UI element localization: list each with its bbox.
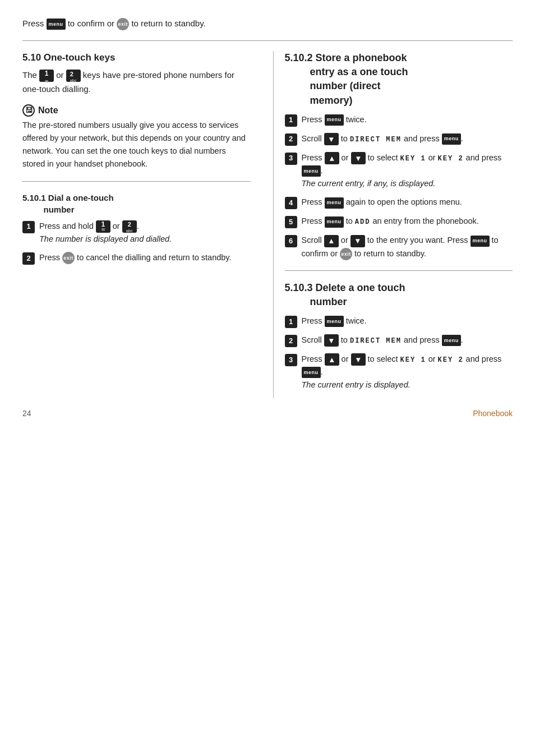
section-510-body: The 1✉ or 2abc keys have pre-stored phon…: [22, 68, 251, 96]
note-text: The pre-stored numbers usually give you …: [22, 119, 251, 171]
step-5103-2: 2 Scroll ▾ to DIRECT MEM and press menu.: [285, 334, 513, 347]
menu-key-5102-6: menu: [471, 236, 490, 247]
section-5103-heading: 5.10.3 Delete a one touch number: [285, 281, 513, 309]
exit-key-intro: exit: [117, 18, 129, 30]
step-5101-2-content: Press exit to cancel the dialling and re…: [39, 251, 251, 264]
scroll-dn-5103-3: ▾: [351, 353, 366, 366]
step-5102-4-content: Press menu again to open the options men…: [302, 196, 513, 209]
key1-mono-5103: KEY 1: [400, 356, 426, 364]
step-5102-4: 4 Press menu again to open the options m…: [285, 196, 513, 209]
direct-mem-5103-2: DIRECT MEM: [350, 337, 402, 345]
key1-mono: KEY 1: [400, 155, 426, 163]
exit-key-5101: exit: [62, 252, 75, 264]
section-5103-steps: 1 Press menu twice. 2 Scroll ▾ to DIRECT…: [285, 315, 513, 392]
step-5103-3: 3 Press ▴ or ▾ to select KEY 1 or KEY 2 …: [285, 353, 513, 392]
step-5103-1: 1 Press menu twice.: [285, 315, 513, 328]
step-5103-num-3: 3: [285, 354, 297, 366]
divider-2: [22, 181, 251, 182]
divider-1: [22, 40, 513, 41]
menu-key-5102-4: menu: [325, 197, 344, 209]
key2-mono-5103: KEY 2: [438, 356, 464, 364]
page-number: 24: [22, 409, 31, 418]
divider-3: [285, 270, 513, 271]
note-icon: 🖫: [22, 104, 35, 117]
page-footer: 24 Phonebook: [22, 409, 513, 418]
step-5103-1-content: Press menu twice.: [302, 315, 513, 328]
menu-key-5103-3: menu: [302, 367, 321, 378]
step-5102-5-content: Press menu to ADD an entry from the phon…: [302, 215, 513, 228]
note-block: 🖫 Note The pre-stored numbers usually gi…: [22, 104, 251, 171]
menu-key-5103-1: menu: [325, 316, 344, 327]
key-1-step: 1✉: [96, 220, 110, 233]
menu-key-5102-5: menu: [325, 216, 344, 228]
step-5101-1-italic: The number is displayed and dialled.: [39, 233, 251, 246]
direct-mem-5102-2: DIRECT MEM: [350, 136, 402, 144]
section-5102-heading: 5.10.2 Store a phonebook entry as a one …: [285, 51, 513, 108]
note-title: 🖫 Note: [22, 104, 251, 117]
right-col: 5.10.2 Store a phonebook entry as a one …: [273, 51, 513, 398]
page-layout: 5.10 One-touch keys The 1✉ or 2abc keys …: [22, 51, 513, 398]
step-5103-num-1: 1: [285, 316, 297, 328]
step-5102-1-content: Press menu twice.: [302, 113, 513, 126]
step-5102-num-6: 6: [285, 235, 297, 247]
key-2-icon: 2abc: [66, 70, 81, 82]
step-5102-num-3: 3: [285, 153, 297, 165]
step-5102-num-2: 2: [285, 133, 297, 146]
step-5103-3-content: Press ▴ or ▾ to select KEY 1 or KEY 2 an…: [302, 353, 513, 392]
step-5102-3: 3 Press ▴ or ▾ to select KEY 1 or KEY 2 …: [285, 151, 513, 191]
left-col: 5.10 One-touch keys The 1✉ or 2abc keys …: [22, 51, 256, 398]
scroll-dn-5102-3: ▾: [351, 152, 366, 164]
scroll-up-5102-6: ▴: [324, 235, 339, 247]
scroll-up-5102-3: ▴: [325, 152, 339, 164]
section-5102-steps: 1 Press menu twice. 2 Scroll ▾ to DIRECT…: [285, 113, 513, 260]
exit-key-5102-6: exit: [340, 248, 352, 260]
step-5102-6: 6 Scroll ▴ or ▾ to the entry you want. P…: [285, 234, 513, 260]
step-5101-1-content: Press and hold 1✉ or 2abc . The number i…: [39, 220, 251, 246]
key-2-step: 2abc: [122, 220, 137, 233]
step-5102-5: 5 Press menu to ADD an entry from the ph…: [285, 215, 513, 228]
section-510-heading: 5.10 One-touch keys: [22, 51, 251, 64]
step-num-1: 1: [22, 221, 35, 233]
step-5102-2-content: Scroll ▾ to DIRECT MEM and press menu.: [302, 132, 513, 145]
key-1-icon: 1✉: [39, 70, 54, 82]
intro-block: Press menu to confirm or exit to return …: [22, 17, 513, 30]
scroll-dn-5102-2: ▾: [324, 133, 339, 145]
step-5103-3-italic: The current entry is displayed.: [302, 379, 513, 391]
step-5102-1: 1 Press menu twice.: [285, 113, 513, 127]
footer-section-name: Phonebook: [473, 409, 513, 418]
step-5102-num-4: 4: [285, 197, 297, 209]
menu-key-5103-2: menu: [442, 335, 461, 346]
step-5101-2: 2 Press exit to cancel the dialling and …: [22, 251, 251, 265]
add-mono: ADD: [355, 218, 371, 226]
step-num-2: 2: [22, 252, 35, 265]
scroll-dn-5102-6: ▾: [350, 235, 365, 247]
step-5102-3-italic: The current entry, if any, is displayed.: [302, 177, 513, 190]
section-5101-steps: 1 Press and hold 1✉ or 2abc . The number…: [22, 220, 251, 265]
section-5101-heading: 5.10.1 Dial a one-touch number: [22, 192, 251, 215]
key2-mono: KEY 2: [438, 155, 464, 163]
scroll-up-5103-3: ▴: [325, 353, 339, 366]
menu-key-intro: menu: [47, 19, 66, 30]
menu-key-5102-1: menu: [325, 114, 344, 126]
scroll-dn-5103-2: ▾: [324, 334, 339, 347]
step-5103-num-2: 2: [285, 335, 297, 347]
step-5101-1: 1 Press and hold 1✉ or 2abc . The number…: [22, 220, 251, 246]
step-5102-num-1: 1: [285, 114, 297, 127]
step-5102-num-5: 5: [285, 216, 297, 228]
step-5102-6-content: Scroll ▴ or ▾ to the entry you want. Pre…: [302, 234, 513, 260]
menu-key-5102-2: menu: [442, 133, 461, 145]
menu-key-5102-3: menu: [302, 165, 321, 177]
step-5102-2: 2 Scroll ▾ to DIRECT MEM and press menu.: [285, 132, 513, 146]
step-5103-2-content: Scroll ▾ to DIRECT MEM and press menu.: [302, 334, 513, 347]
note-label: Note: [38, 105, 58, 116]
step-5102-3-content: Press ▴ or ▾ to select KEY 1 or KEY 2 an…: [302, 151, 513, 191]
